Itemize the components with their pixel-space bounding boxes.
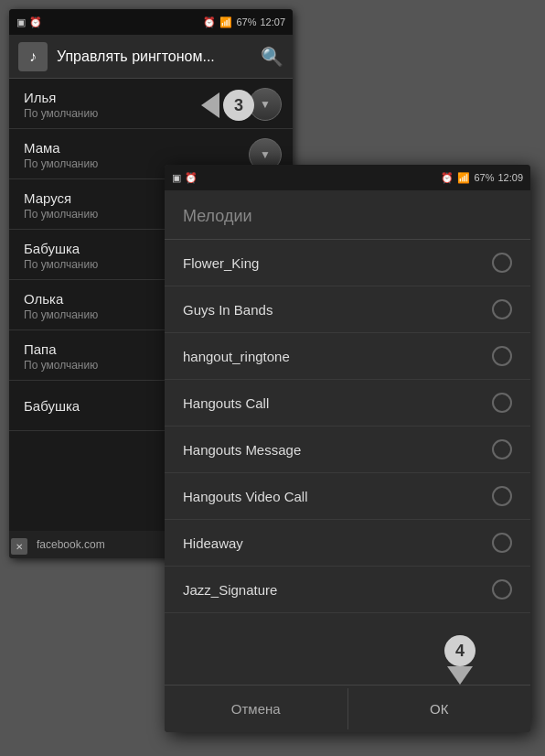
melody-name-hangouts-message: Hangouts Message [183,442,301,458]
radio-guys-in-bands[interactable] [492,299,512,319]
contact-sub-olka: По умолчанию [24,308,98,321]
step-4-badge: 4 [444,635,476,666]
contact-name-papa: Папа [24,341,98,357]
melody-hangout-ringtone[interactable]: hangout_ringtone [165,333,530,380]
search-icon[interactable]: 🔍 [261,46,283,68]
contact-sub-papa: По умолчанию [24,359,98,372]
battery-label: 67% [236,16,256,27]
facebook-url: facebook.com [37,538,105,551]
melody-name-hangouts-video-call: Hangouts Video Call [183,489,307,504]
status-bar-front: ▣ ⏰ ⏰ 📶 67% 12:09 [165,165,530,190]
radio-flower-king[interactable] [492,253,512,273]
time-label-front: 12:09 [497,172,523,183]
melody-jazz-signature[interactable]: Jazz_Signature [165,567,530,613]
radio-hangouts-call[interactable] [492,393,512,413]
melody-name-flower-king: Flower_King [183,255,259,271]
contact-name-babushka: Бабушка [24,241,98,256]
dialog-buttons: Отмена ОК [165,685,530,732]
melody-name-hangout-ringtone: hangout_ringtone [183,349,290,364]
battery-front: 67% [474,172,494,183]
wifi-icon: 📶 [219,16,232,28]
notification-icon-front: ▣ [172,172,181,184]
contact-name-ilya: Илья [24,90,98,105]
radio-hideaway[interactable] [492,533,512,553]
notification-icon: ▣ [16,16,26,28]
fb-close-btn[interactable]: ✕ [11,538,27,555]
contact-name-marusya: Маруся [24,190,98,206]
contact-sub-marusya: По умолчанию [24,208,98,221]
contact-name-mama: Мама [24,140,98,156]
step-3-badge: 3 [223,90,254,121]
cancel-button[interactable]: Отмена [165,688,347,729]
status-right-back: ⏰ 📶 67% 12:07 [203,16,285,28]
radio-hangouts-video-call[interactable] [492,486,512,506]
music-icon: ♪ [18,42,48,71]
contact-sub-mama: По умолчанию [24,157,98,170]
radio-hangouts-message[interactable] [492,439,512,459]
status-left-front: ▣ ⏰ [172,172,198,184]
melody-hangouts-message[interactable]: Hangouts Message [165,427,530,473]
alarm-icon: ⏰ [29,16,42,28]
melody-hideaway[interactable]: Hideaway [165,520,530,567]
app-title: Управлять рингтоном... [57,49,251,65]
radio-hangout-ringtone[interactable] [492,346,512,366]
melody-name-hangouts-call: Hangouts Call [183,395,269,411]
melody-list: Flower_King Guys In Bands hangout_ringto… [165,240,530,613]
arrow-left-icon [201,92,219,118]
contact-sub-babushka: По умолчанию [24,258,98,271]
ok-button[interactable]: ОК [347,688,531,729]
contact-sub-ilya: По умолчанию [24,107,98,120]
status-right-front: ⏰ 📶 67% 12:09 [441,172,523,184]
clock-icon: ⏰ [203,16,216,28]
melody-name-hideaway: Hideaway [183,535,243,551]
clock-icon-front: ⏰ [441,172,454,184]
contact-name-olka: Олька [24,291,98,307]
wifi-icon-front: 📶 [457,172,470,184]
melody-name-guys-in-bands: Guys In Bands [183,302,272,318]
alarm-icon-front: ⏰ [185,172,198,184]
status-left-icons: ▣ ⏰ [16,16,42,28]
time-label-back: 12:07 [260,16,285,27]
radio-jazz-signature[interactable] [492,579,512,599]
arrow-down-icon [447,666,473,685]
annotation-4: 4 [444,635,476,685]
melody-title: Мелодии [183,207,512,226]
front-panel: ▣ ⏰ ⏰ 📶 67% 12:09 Мелодии Flower_King Gu… [165,165,530,732]
melody-hangouts-video-call[interactable]: Hangouts Video Call [165,473,530,520]
annotation-3: 3 [201,90,254,121]
app-header: ♪ Управлять рингтоном... 🔍 [9,35,293,79]
melody-flower-king[interactable]: Flower_King [165,240,530,286]
melody-header: Мелодии [165,190,530,240]
melody-hangouts-call[interactable]: Hangouts Call [165,380,530,427]
melody-guys-in-bands[interactable]: Guys In Bands [165,286,530,333]
melody-name-jazz-signature: Jazz_Signature [183,582,277,598]
status-bar-back: ▣ ⏰ ⏰ 📶 67% 12:07 [9,9,293,35]
contact-name-babushka2: Бабушка [24,398,80,414]
